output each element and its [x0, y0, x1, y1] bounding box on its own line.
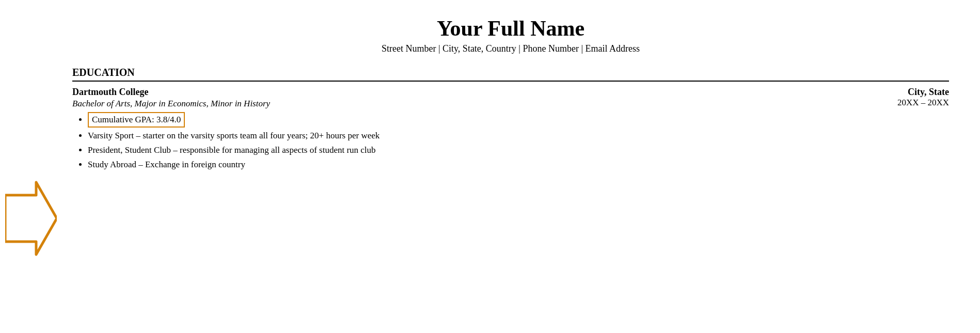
education-bullets: Cumulative GPA: 3.8/4.0 Varsity Sport – … — [72, 112, 866, 170]
section-divider — [72, 81, 949, 82]
resume-header: Your Full Name Street Number | City, Sta… — [72, 15, 949, 54]
full-name: Your Full Name — [72, 15, 949, 41]
education-left: Dartmouth College Bachelor of Arts, Majo… — [72, 87, 866, 172]
bullet-study-abroad-text: Study Abroad – Exchange in foreign count… — [88, 160, 245, 169]
education-row: Dartmouth College Bachelor of Arts, Majo… — [72, 87, 949, 172]
contact-info: Street Number | City, State, Country | P… — [72, 43, 949, 54]
education-dates: 20XX – 20XX — [866, 98, 949, 108]
education-location: City, State — [866, 87, 949, 98]
annotation-arrow — [0, 0, 62, 333]
svg-marker-0 — [5, 182, 57, 255]
degree-line: Bachelor of Arts, Major in Economics, Mi… — [72, 99, 866, 109]
education-section: EDUCATION Dartmouth College Bachelor of … — [72, 67, 949, 172]
gpa-highlight: Cumulative GPA: 3.8/4.0 — [88, 112, 185, 128]
education-section-title: EDUCATION — [72, 67, 949, 78]
bullet-varsity: Varsity Sport – starter on the varsity s… — [88, 130, 866, 142]
resume-content: Your Full Name Street Number | City, Sta… — [62, 0, 980, 333]
bullet-gpa: Cumulative GPA: 3.8/4.0 — [88, 112, 866, 128]
institution-name: Dartmouth College — [72, 87, 866, 98]
bullet-president: President, Student Club – responsible fo… — [88, 144, 866, 156]
arrow-icon — [5, 177, 57, 260]
bullet-varsity-text: Varsity Sport – starter on the varsity s… — [88, 131, 380, 140]
bullet-president-text: President, Student Club – responsible fo… — [88, 145, 376, 155]
education-right: City, State 20XX – 20XX — [866, 87, 949, 108]
bullet-study-abroad: Study Abroad – Exchange in foreign count… — [88, 158, 866, 171]
